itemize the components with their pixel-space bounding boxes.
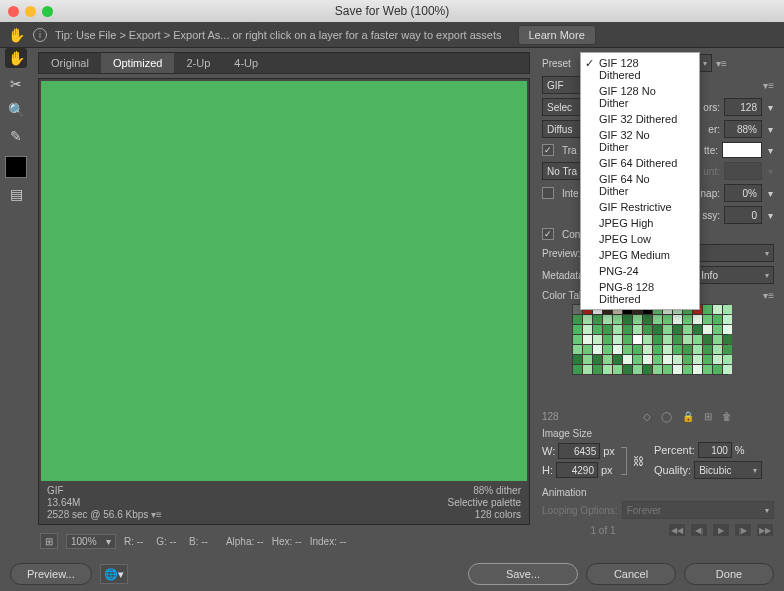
- color-swatch[interactable]: [653, 335, 662, 344]
- optimize-menu-icon[interactable]: ▾≡: [763, 80, 774, 91]
- color-swatch[interactable]: [673, 365, 682, 374]
- color-swatch[interactable]: [693, 325, 702, 334]
- color-swatch[interactable]: [713, 305, 722, 314]
- color-swatch[interactable]: [713, 365, 722, 374]
- color-swatch[interactable]: [663, 355, 672, 364]
- color-swatch[interactable]: [633, 345, 642, 354]
- zoom-tool[interactable]: 🔍: [5, 100, 27, 120]
- shift-websafe-icon[interactable]: ◯: [661, 411, 672, 422]
- preset-option[interactable]: GIF 64 Dithered: [581, 155, 699, 171]
- color-swatch[interactable]: [693, 335, 702, 344]
- color-swatch[interactable]: [633, 365, 642, 374]
- color-swatch[interactable]: [683, 355, 692, 364]
- color-swatch[interactable]: [723, 325, 732, 334]
- color-swatch[interactable]: [623, 335, 632, 344]
- color-swatch[interactable]: [713, 335, 722, 344]
- constrain-link-icon[interactable]: [621, 447, 627, 475]
- websnap-field[interactable]: 0%: [724, 184, 762, 202]
- preset-menu[interactable]: GIF 128 DitheredGIF 128 No DitherGIF 32 …: [580, 52, 700, 310]
- color-table[interactable]: [572, 304, 728, 375]
- color-swatch[interactable]: [693, 345, 702, 354]
- color-swatch[interactable]: [703, 355, 712, 364]
- lock-color-icon[interactable]: 🔒: [682, 411, 694, 422]
- color-swatch[interactable]: [703, 335, 712, 344]
- color-swatch[interactable]: [573, 365, 582, 374]
- tab-optimized[interactable]: Optimized: [101, 53, 175, 73]
- color-swatch[interactable]: [613, 325, 622, 334]
- height-field[interactable]: [556, 462, 598, 478]
- matte-swatch[interactable]: [722, 142, 762, 158]
- colors-field[interactable]: 128: [724, 98, 762, 116]
- preset-option[interactable]: GIF 32 No Dither: [581, 127, 699, 155]
- color-swatch[interactable]: [583, 325, 592, 334]
- color-swatch[interactable]: [603, 365, 612, 374]
- color-swatch[interactable]: [653, 315, 662, 324]
- eyedropper-tool[interactable]: ✎: [5, 126, 27, 146]
- color-swatch[interactable]: [673, 325, 682, 334]
- dither-field[interactable]: 88%: [724, 120, 762, 138]
- color-swatch[interactable]: [583, 355, 592, 364]
- color-swatch[interactable]: [573, 345, 582, 354]
- color-swatch[interactable]: [703, 345, 712, 354]
- color-swatch[interactable]: [663, 335, 672, 344]
- color-swatch[interactable]: [683, 335, 692, 344]
- color-swatch[interactable]: [703, 325, 712, 334]
- preset-option[interactable]: JPEG High: [581, 215, 699, 231]
- color-swatch[interactable]: [723, 315, 732, 324]
- color-swatch[interactable]: [723, 345, 732, 354]
- foreground-swatch[interactable]: [5, 156, 27, 178]
- color-swatch[interactable]: [623, 365, 632, 374]
- color-swatch[interactable]: [623, 355, 632, 364]
- color-swatch[interactable]: [623, 325, 632, 334]
- color-swatch[interactable]: [673, 335, 682, 344]
- color-swatch[interactable]: [723, 335, 732, 344]
- preset-option[interactable]: PNG-24: [581, 263, 699, 279]
- color-swatch[interactable]: [603, 355, 612, 364]
- interlaced-checkbox[interactable]: [542, 187, 554, 199]
- lossy-field[interactable]: 0: [724, 206, 762, 224]
- color-swatch[interactable]: [653, 325, 662, 334]
- play-button[interactable]: ▶: [712, 523, 730, 537]
- delete-color-icon[interactable]: 🗑: [722, 411, 732, 422]
- preset-option[interactable]: GIF 128 Dithered: [581, 55, 699, 83]
- preset-option[interactable]: PNG-8 128 Dithered: [581, 279, 699, 307]
- toggle-slices-icon[interactable]: ▤: [5, 184, 27, 204]
- color-swatch[interactable]: [653, 345, 662, 354]
- percent-field[interactable]: [698, 442, 732, 458]
- cancel-button[interactable]: Cancel: [586, 563, 676, 585]
- color-swatch[interactable]: [663, 325, 672, 334]
- menu-icon[interactable]: ▾≡: [151, 509, 162, 520]
- width-field[interactable]: [558, 443, 600, 459]
- color-swatch[interactable]: [593, 325, 602, 334]
- color-swatch[interactable]: [613, 345, 622, 354]
- tab-4up[interactable]: 4-Up: [222, 53, 270, 73]
- cycle-views-button[interactable]: ⊞: [40, 533, 58, 549]
- zoom-select[interactable]: 100%▾: [66, 534, 116, 549]
- color-swatch[interactable]: [713, 315, 722, 324]
- color-swatch[interactable]: [663, 345, 672, 354]
- color-swatch[interactable]: [723, 365, 732, 374]
- color-swatch[interactable]: [673, 355, 682, 364]
- color-swatch[interactable]: [593, 355, 602, 364]
- color-swatch[interactable]: [693, 365, 702, 374]
- convert-srgb-checkbox[interactable]: [542, 228, 554, 240]
- color-swatch[interactable]: [573, 335, 582, 344]
- quality-dropdown[interactable]: Bicubic: [694, 461, 762, 479]
- color-swatch[interactable]: [583, 365, 592, 374]
- preset-option[interactable]: GIF 128 No Dither: [581, 83, 699, 111]
- color-swatch[interactable]: [723, 305, 732, 314]
- hand-tool[interactable]: ✋: [5, 48, 27, 68]
- preset-menu-icon[interactable]: ▾≡: [716, 58, 727, 69]
- color-swatch[interactable]: [643, 315, 652, 324]
- preset-option[interactable]: GIF 64 No Dither: [581, 171, 699, 199]
- color-swatch[interactable]: [623, 345, 632, 354]
- done-button[interactable]: Done: [684, 563, 774, 585]
- last-frame-button[interactable]: ▶▶: [756, 523, 774, 537]
- color-swatch[interactable]: [693, 355, 702, 364]
- color-swatch[interactable]: [643, 325, 652, 334]
- color-swatch[interactable]: [653, 355, 662, 364]
- color-swatch[interactable]: [633, 335, 642, 344]
- link-icon[interactable]: ⛓: [633, 455, 644, 467]
- color-swatch[interactable]: [713, 325, 722, 334]
- color-swatch[interactable]: [633, 315, 642, 324]
